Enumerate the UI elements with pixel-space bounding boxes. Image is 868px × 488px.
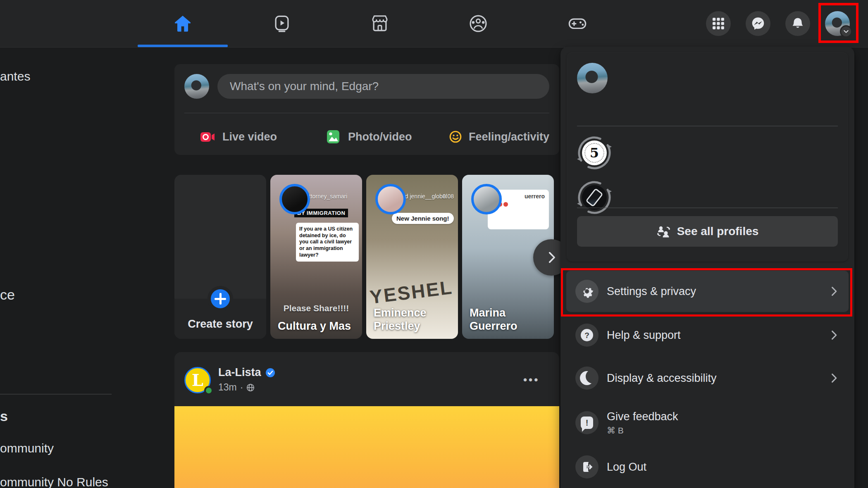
story-overlay-note: If you are a US citizen detained by ice,… [296,223,359,262]
story-overlay-handle: nd jennie__global [402,193,447,200]
messenger-icon [751,16,765,31]
tab-gaming[interactable] [532,0,622,47]
see-all-profiles-button[interactable]: See all profiles [577,216,838,247]
story-name: Marina Guerrero [470,307,554,333]
messenger-button[interactable] [746,11,770,36]
story-overlay-chip: New Jennie song! [392,213,454,224]
live-video-button[interactable]: Live video [199,123,319,150]
chevron-right-icon [828,286,839,297]
sidebar-divider [0,394,112,395]
story-overlay-duration: 0:08 [443,193,454,200]
gear-icon [575,280,599,303]
story-overlay-handle: attorney_samari [306,193,347,200]
feeling-activity-icon [449,129,462,145]
profile-switcher-card: 5 [567,53,848,261]
chevron-down-icon [840,25,852,38]
create-story-card[interactable]: Create story [174,175,266,339]
composer-input[interactable] [217,74,549,99]
profile-thumbnail: 5 [582,140,607,165]
feedback-icon: ! [575,411,599,434]
story-name: Create story [174,318,266,331]
story-card[interactable]: nd jennie__global 0:08 New Jennie song! … [366,175,458,339]
tab-watch[interactable] [237,0,327,47]
sidebar-item-clipped[interactable]: antes [0,69,30,83]
verified-badge-icon [265,368,275,378]
post-author[interactable]: La-Lista [218,366,275,379]
profile-avatar-button[interactable] [825,11,850,36]
story-author-ring [471,184,502,214]
story-overlay-footer: Please Share!!!! [270,303,362,313]
menu-grid-button[interactable] [706,11,731,36]
menu-item-display-accessibility[interactable]: Display & accessibility [566,357,849,400]
tab-home[interactable] [138,0,228,47]
feeling-activity-button[interactable]: Feeling/activity [449,123,549,150]
live-video-icon [199,129,216,145]
people-switch-icon [656,224,670,238]
switch-profile-item[interactable] [577,180,612,215]
sidebar-item-clipped[interactable]: ce [0,287,15,303]
bell-icon [791,17,805,31]
nav-right-actions [706,11,850,36]
logout-icon [575,455,599,478]
story-overlay-watermark: YESHEL [368,276,454,308]
sidebar-section-clipped: s [0,408,8,424]
story-author-ring [279,184,310,214]
divider [577,126,838,126]
watch-icon [272,14,291,33]
menu-item-settings-privacy[interactable]: Settings & privacy [566,271,849,312]
current-profile-avatar[interactable] [577,63,608,93]
menu-item-help-support[interactable]: ? Help & support [566,314,849,357]
svg-text:?: ? [584,331,589,340]
story-author-ring [375,184,406,214]
tab-marketplace[interactable] [335,0,425,47]
divider [577,207,838,208]
menu-grid-icon [712,17,725,30]
divider [184,113,549,113]
chevron-right-icon [828,329,839,341]
question-icon: ? [575,324,599,347]
moon-icon [575,367,599,390]
sidebar-item-clipped[interactable]: ommunity [0,441,54,455]
post-composer: Live video Photo/video Feeling/activity [174,64,559,155]
notifications-button[interactable] [785,11,810,36]
top-navigation [0,0,868,48]
feed-post: L La-Lista 13m · ••• [174,352,559,488]
groups-icon [469,14,488,33]
home-icon [173,14,192,33]
avatar[interactable] [184,74,209,99]
online-status-dot [204,386,213,395]
tab-groups[interactable] [433,0,523,47]
post-more-button[interactable]: ••• [523,374,539,386]
facebook-dark-ui: antes ce s ommunity ommunity No Rules Li… [0,0,868,488]
marketplace-icon [370,14,389,33]
sidebar-item-clipped[interactable]: ommunity No Rules [0,475,108,488]
photo-video-button[interactable]: Photo/video [325,123,445,150]
story-card[interactable]: attorney_samari BY IMMIGRATION If you ar… [270,175,362,339]
story-name: Eminence Priestley [374,307,458,333]
menu-item-give-feedback[interactable]: ! Give feedback ⌘ B [566,400,849,446]
keyboard-shortcut: ⌘ B [607,426,678,436]
plus-icon[interactable] [207,286,233,312]
gaming-icon [568,14,587,33]
post-image[interactable] [174,406,559,488]
profile-thumbnail [582,185,607,210]
photo-video-icon [325,129,341,145]
chevron-right-icon [828,372,839,384]
globe-icon [246,383,255,392]
story-name: Cultura y Mas [278,320,351,333]
post-meta: 13m · [218,382,255,393]
menu-item-log-out[interactable]: Log Out [566,446,849,488]
active-tab-underline [138,45,228,47]
switch-profile-item[interactable]: 5 [577,136,612,170]
chevron-right-icon [544,250,558,264]
